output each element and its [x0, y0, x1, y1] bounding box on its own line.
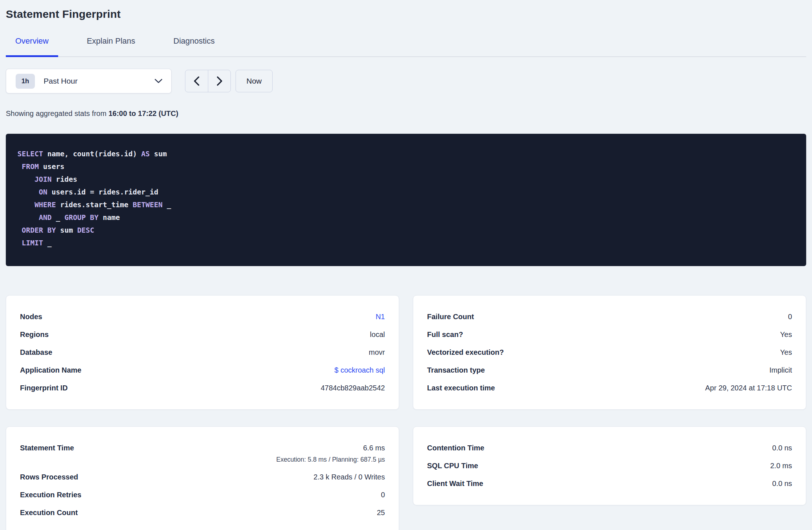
card-row: Application Name $ cockroach sql — [20, 361, 385, 379]
row-label: Database — [20, 348, 52, 357]
row-label: Transaction type — [427, 366, 485, 374]
row-label: Rows Processed — [20, 473, 78, 481]
chevron-right-icon — [217, 76, 222, 86]
row-label: Application Name — [20, 366, 81, 374]
sql-code: SELECT name, count(rides.id) AS sum FROM… — [17, 148, 795, 249]
row-label: Regions — [20, 330, 49, 339]
row-label: Last execution time — [427, 384, 495, 392]
aggregated-stats-range: 16:00 to 17:22 (UTC) — [108, 109, 178, 117]
card-row: Contention Time 0.0 ns — [427, 439, 792, 457]
card-row: Statement Time 6.6 ms Execution: 5.8 ms … — [20, 439, 385, 468]
app-name-link[interactable]: $ cockroach sql — [334, 366, 385, 374]
row-label: Vectorized execution? — [427, 348, 504, 357]
row-value: 25 — [377, 509, 385, 517]
card-row: Rows Processed 2.3 k Reads / 0 Writes — [20, 468, 385, 486]
row-value: Yes — [780, 348, 792, 357]
sql-statement-box: SELECT name, count(rides.id) AS sum FROM… — [6, 134, 806, 266]
card-row: Fingerprint ID 4784cb829aab2542 — [20, 379, 385, 397]
row-label: Execution Count — [20, 509, 78, 517]
time-window-arrows — [185, 70, 231, 92]
row-label: Full scan? — [427, 330, 463, 339]
card-execution-attributes: Failure Count 0 Full scan? Yes Vectorize… — [413, 295, 806, 410]
tabs-bar: Overview Explain Plans Diagnostics — [6, 36, 806, 57]
time-controls: 1h Past Hour — [6, 69, 806, 93]
nodes-link[interactable]: N1 — [375, 313, 385, 321]
card-wait-times: Contention Time 0.0 ns SQL CPU Time 2.0 … — [413, 426, 806, 505]
card-row: Execution Count 25 — [20, 504, 385, 522]
stats-cards: Nodes N1 Regions local Database movr App… — [6, 295, 806, 530]
sql-line: ORDER BY sum DESC — [17, 224, 795, 237]
statement-time-value: 6.6 ms Execution: 5.8 ms / Planning: 687… — [276, 444, 385, 463]
row-value: 2.3 k Reads / 0 Writes — [314, 473, 385, 481]
sql-line: FROM users — [17, 160, 795, 173]
statement-time-sub: Execution: 5.8 ms / Planning: 687.5 µs — [276, 456, 385, 463]
row-value: 0.0 ns — [772, 479, 792, 488]
row-label: Client Wait Time — [427, 479, 483, 488]
time-range-label: Past Hour — [44, 77, 154, 85]
prev-time-button[interactable] — [185, 70, 208, 92]
row-value: 6.6 ms — [276, 444, 385, 452]
tab-diagnostics[interactable]: Diagnostics — [164, 36, 224, 57]
card-row: Nodes N1 — [20, 308, 385, 326]
card-row: Database movr — [20, 344, 385, 361]
next-time-button[interactable] — [208, 70, 230, 92]
sql-line: SELECT name, count(rides.id) AS sum — [17, 148, 795, 160]
row-value: 0.0 ns — [772, 444, 792, 452]
card-row: Full scan? Yes — [427, 326, 792, 344]
sql-line: AND _ GROUP BY name — [17, 211, 795, 224]
now-button[interactable]: Now — [236, 70, 273, 92]
aggregated-stats-text: Showing aggregated stats from 16:00 to 1… — [6, 109, 806, 118]
card-statement-times: Statement Time 6.6 ms Execution: 5.8 ms … — [6, 426, 399, 530]
card-row: Failure Count 0 — [427, 308, 792, 326]
page-title: Statement Fingerprint — [6, 8, 806, 20]
chevron-left-icon — [194, 76, 200, 86]
row-value: 0 — [381, 491, 385, 499]
sql-line: ON users.id = rides.rider_id — [17, 186, 795, 198]
statement-fingerprint-page: Statement Fingerprint Overview Explain P… — [0, 0, 812, 530]
card-statement-details: Nodes N1 Regions local Database movr App… — [6, 295, 399, 410]
row-value: Implicit — [769, 366, 792, 374]
tab-overview[interactable]: Overview — [6, 36, 58, 57]
row-value: Apr 29, 2024 at 17:18 UTC — [705, 384, 792, 392]
row-label: Statement Time — [20, 444, 74, 452]
row-label: Execution Retries — [20, 491, 81, 499]
card-row: Regions local — [20, 326, 385, 344]
chevron-down-icon — [154, 79, 162, 84]
row-label: Nodes — [20, 313, 42, 321]
row-value: local — [370, 330, 385, 339]
row-label: Fingerprint ID — [20, 384, 68, 392]
row-value: 4784cb829aab2542 — [321, 384, 385, 392]
sql-line: JOIN rides — [17, 173, 795, 186]
card-row: Vectorized execution? Yes — [427, 344, 792, 361]
aggregated-stats-prefix: Showing aggregated stats from — [6, 109, 108, 117]
row-value: Yes — [780, 330, 792, 339]
sql-line: WHERE rides.start_time BETWEEN _ — [17, 198, 795, 211]
row-value: 0 — [788, 313, 792, 321]
card-row: SQL CPU Time 2.0 ms — [427, 457, 792, 475]
time-range-dropdown[interactable]: 1h Past Hour — [6, 69, 172, 93]
sql-line: LIMIT _ — [17, 237, 795, 249]
row-value: movr — [369, 348, 385, 357]
card-row: Transaction type Implicit — [427, 361, 792, 379]
time-range-badge: 1h — [16, 74, 35, 89]
card-row: Last execution time Apr 29, 2024 at 17:1… — [427, 379, 792, 397]
row-label: SQL CPU Time — [427, 462, 478, 470]
tab-explain-plans[interactable]: Explain Plans — [77, 36, 145, 57]
row-label: Failure Count — [427, 313, 474, 321]
row-label: Contention Time — [427, 444, 484, 452]
card-row: Execution Retries 0 — [20, 486, 385, 504]
card-row: Client Wait Time 0.0 ns — [427, 475, 792, 493]
row-value: 2.0 ms — [770, 462, 792, 470]
